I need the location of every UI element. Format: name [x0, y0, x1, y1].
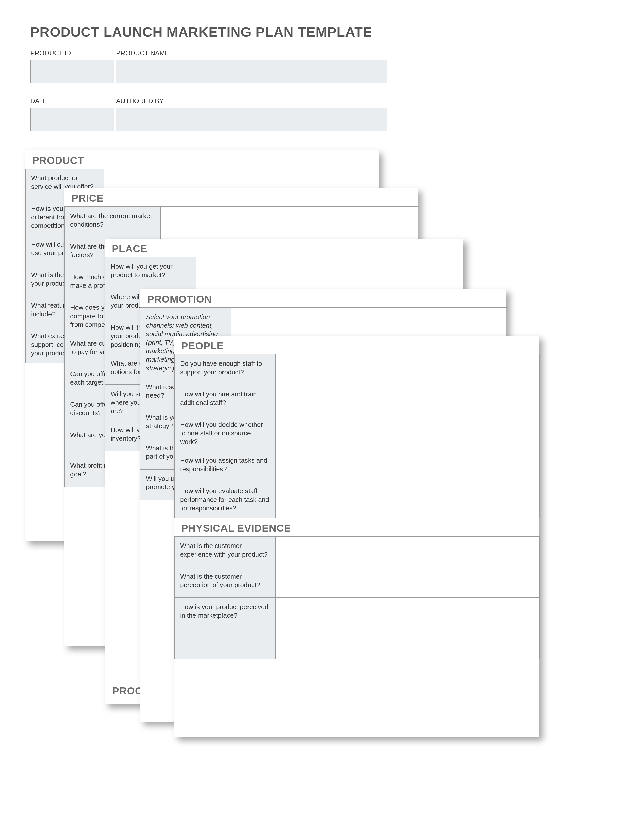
- table-physical-evidence: What is the customer experience with you…: [174, 536, 540, 659]
- answer-cell[interactable]: [275, 567, 539, 598]
- meta-product-id: PRODUCT ID: [30, 49, 116, 83]
- heading-place: PLACE: [105, 238, 464, 257]
- page: PRODUCT LAUNCH MARKETING PLAN TEMPLATE P…: [0, 0, 644, 833]
- answer-cell[interactable]: [196, 257, 464, 288]
- input-product-id[interactable]: [30, 60, 114, 83]
- page-title: PRODUCT LAUNCH MARKETING PLAN TEMPLATE: [30, 24, 372, 40]
- answer-cell[interactable]: [275, 598, 539, 628]
- meta-date: DATE: [30, 97, 116, 131]
- sheet-people: PEOPLE Do you have enough staff to suppo…: [174, 336, 539, 737]
- meta-authored-by: AUTHORED BY: [116, 97, 387, 131]
- table-row: How will you evaluate staff performance …: [174, 482, 539, 518]
- table-people: Do you have enough staff to support your…: [174, 354, 540, 518]
- question-cell: How will you get your product to market?: [105, 257, 196, 288]
- question-cell: How is your product perceived in the mar…: [174, 598, 275, 628]
- heading-people: PEOPLE: [174, 336, 539, 354]
- meta-row-2: DATE AUTHORED BY: [30, 97, 387, 131]
- heading-price: PRICE: [64, 188, 418, 206]
- table-row: How will you assign tasks and responsibi…: [174, 451, 539, 482]
- question-cell: What are the current market conditions?: [64, 207, 161, 237]
- answer-cell[interactable]: [275, 537, 539, 567]
- label-date: DATE: [30, 97, 116, 105]
- answer-cell[interactable]: [275, 354, 539, 385]
- meta-product-name: PRODUCT NAME: [116, 49, 387, 83]
- table-row: What are the current market conditions?: [64, 207, 418, 237]
- table-row: [174, 628, 539, 659]
- heading-product: PRODUCT: [25, 150, 379, 169]
- table-row: How will you get your product to market?: [105, 257, 464, 288]
- table-row: What is the customer perception of your …: [174, 567, 539, 598]
- input-date[interactable]: [30, 108, 114, 131]
- heading-physical-evidence: PHYSICAL EVIDENCE: [174, 518, 539, 536]
- table-row: What is the customer experience with you…: [174, 537, 539, 567]
- meta-row-1: PRODUCT ID PRODUCT NAME: [30, 49, 387, 83]
- question-cell: [174, 628, 275, 659]
- answer-cell[interactable]: [275, 385, 539, 415]
- table-row: How will you hire and train additional s…: [174, 385, 539, 415]
- question-cell: How will you hire and train additional s…: [174, 385, 275, 415]
- heading-promotion: PROMOTION: [140, 289, 506, 307]
- answer-cell[interactable]: [275, 415, 539, 451]
- question-cell: How will you assign tasks and responsibi…: [174, 451, 275, 482]
- meta-block: PRODUCT ID PRODUCT NAME DATE AUTHORED BY: [30, 49, 387, 145]
- table-row: How is your product perceived in the mar…: [174, 598, 539, 628]
- table-row: How will you decide whether to hire staf…: [174, 415, 539, 451]
- question-cell: What is the customer experience with you…: [174, 537, 275, 567]
- question-cell: How will you evaluate staff performance …: [174, 482, 275, 518]
- label-authored-by: AUTHORED BY: [116, 97, 387, 105]
- label-product-name: PRODUCT NAME: [116, 49, 387, 57]
- label-product-id: PRODUCT ID: [30, 49, 116, 57]
- answer-cell[interactable]: [275, 628, 539, 659]
- table-row: Do you have enough staff to support your…: [174, 354, 539, 385]
- answer-cell[interactable]: [275, 482, 539, 518]
- answer-cell[interactable]: [275, 451, 539, 482]
- input-product-name[interactable]: [116, 60, 387, 83]
- question-cell: Do you have enough staff to support your…: [174, 354, 275, 385]
- question-cell: What is the customer perception of your …: [174, 567, 275, 598]
- answer-cell[interactable]: [161, 207, 418, 237]
- input-authored-by[interactable]: [116, 108, 387, 131]
- question-cell: How will you decide whether to hire staf…: [174, 415, 275, 451]
